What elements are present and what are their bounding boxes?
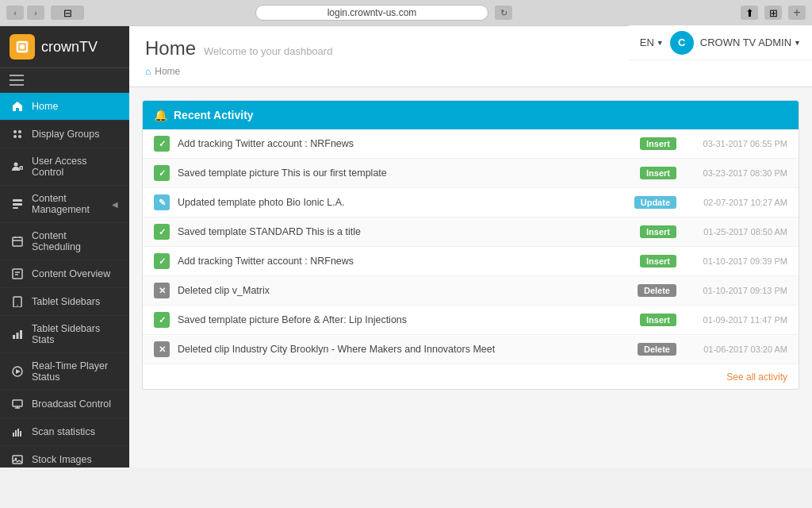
breadcrumb: ⌂ Home	[145, 60, 796, 79]
real-time-player-status-icon	[11, 365, 24, 378]
activity-text: Add tracking Twitter account : NRFnews	[178, 138, 632, 149]
svg-rect-3	[10, 75, 24, 76]
minimize-button[interactable]: ⊟	[51, 6, 84, 20]
page-title: Home	[145, 37, 196, 60]
activity-time: 01-10-2017 09:13 PM	[684, 286, 787, 295]
app-wrapper: crownTV Home Display Groups User Access …	[0, 26, 812, 468]
content-scheduling-icon	[11, 235, 24, 248]
tablet-sidebars-icon	[11, 295, 24, 308]
forward-button[interactable]: ›	[27, 6, 44, 20]
activity-text: Updated template photo Bio Ionic L.A.	[178, 197, 626, 208]
sidebar-item-content-scheduling[interactable]: Content Scheduling	[0, 223, 129, 260]
nav-label: Stock Images	[32, 454, 118, 465]
svg-rect-26	[13, 433, 14, 437]
tablet-sidebars-stats-icon	[11, 328, 24, 341]
svg-rect-5	[10, 84, 24, 86]
content-management-icon	[11, 198, 24, 210]
see-all-link[interactable]: See all activity	[726, 371, 787, 383]
activity-row: ✎ Updated template photo Bio Ionic L.A. …	[143, 188, 799, 217]
activity-row: ✓ Add tracking Twitter account : NRFnews…	[143, 129, 799, 159]
activity-text: Deleted clip v_Matrix	[178, 285, 630, 296]
user-access-control-icon	[11, 160, 24, 173]
scan-statistics-icon	[11, 425, 24, 438]
activity-footer: See all activity	[143, 364, 799, 389]
bell-icon: 🔔	[154, 109, 167, 121]
sidebar-item-display-groups[interactable]: Display Groups	[0, 121, 129, 148]
hamburger-menu[interactable]	[0, 68, 129, 93]
svg-rect-25	[13, 400, 22, 406]
browser-nav[interactable]: ‹ ›	[6, 6, 44, 20]
nav-label: Real-Time Player Status	[32, 360, 118, 383]
nav-label: Home	[32, 101, 118, 112]
breadcrumb-label: Home	[155, 66, 180, 77]
activity-row: ✓ Add tracking Twitter account : NRFnews…	[143, 247, 799, 276]
svg-rect-17	[13, 269, 22, 279]
home-icon: ⌂	[145, 66, 151, 77]
nav-label: Tablet Sidebars Stats	[32, 323, 118, 345]
activity-row: ✓ Saved template STANDARD This is a titl…	[143, 217, 799, 247]
top-header-right: EN ▼ C CROWN TV ADMIN ▼	[629, 25, 812, 60]
activity-indicator: ✓	[154, 312, 170, 328]
browser-titlebar: ‹ › ⊟ login.crowntv-us.com ↻ ⬆ ⊞ +	[0, 0, 812, 25]
activity-badge: Delete	[638, 343, 676, 356]
activity-text: Add tracking Twitter account : NRFnews	[178, 256, 632, 267]
lang-selector[interactable]: EN ▼	[640, 37, 664, 48]
activity-text: Saved template STANDARD This is a title	[178, 226, 632, 237]
activity-row: ✕ Deleted clip Industry City Brooklyn - …	[143, 335, 799, 364]
back-button[interactable]: ‹	[6, 6, 24, 20]
nav-label: Content Overview	[32, 268, 118, 279]
svg-marker-24	[16, 369, 21, 374]
activity-time: 01-25-2017 08:50 AM	[684, 227, 787, 237]
svg-rect-29	[20, 431, 21, 437]
sidebar-item-content-management[interactable]: Content Management ◀	[0, 186, 129, 223]
activity-title: Recent Activity	[174, 109, 254, 121]
svg-point-8	[13, 135, 17, 138]
activity-badge: Insert	[640, 225, 676, 238]
svg-point-7	[18, 130, 21, 133]
sidebar-item-stock-images[interactable]: Stock Images	[0, 446, 129, 468]
svg-rect-4	[10, 79, 24, 81]
activity-badge: Insert	[640, 137, 676, 150]
page-subtitle: Welcome to your dashboard	[204, 45, 332, 57]
activity-badge: Delete	[638, 284, 676, 297]
activity-badge: Insert	[640, 167, 676, 179]
svg-rect-13	[13, 199, 22, 202]
activity-indicator: ✓	[154, 253, 170, 269]
new-tab-button[interactable]: ⊞	[764, 6, 782, 20]
main-content: Home Welcome to your dashboard ⌂ Home 🔔 …	[129, 26, 812, 468]
sidebar-item-scan-statistics[interactable]: Scan statistics	[0, 418, 129, 446]
lang-chevron: ▼	[657, 39, 664, 47]
display-groups-icon	[11, 128, 24, 140]
logo-text: crownTV	[41, 39, 98, 56]
activity-indicator: ✎	[154, 194, 170, 210]
activity-row: ✓ Saved template picture This is our fir…	[143, 159, 799, 188]
sidebar-item-user-access-control[interactable]: User Access Control	[0, 148, 129, 186]
user-menu[interactable]: CROWN TV ADMIN ▼	[700, 37, 801, 48]
activity-badge: Update	[634, 196, 676, 209]
activity-badge: Insert	[640, 255, 676, 267]
user-chevron: ▼	[794, 39, 801, 47]
nav-label: Content Scheduling	[32, 230, 118, 252]
sidebar-item-tablet-sidebars-stats[interactable]: Tablet Sidebars Stats	[0, 316, 129, 353]
sidebar-item-content-overview[interactable]: Content Overview	[0, 260, 129, 288]
nav-label: Display Groups	[32, 129, 118, 140]
activity-time: 03-31-2017 06:55 PM	[684, 139, 787, 148]
sidebar-item-home[interactable]: Home	[0, 93, 129, 121]
activity-time: 01-06-2017 03:20 AM	[684, 344, 787, 354]
share-button[interactable]: ⬆	[741, 6, 758, 20]
broadcast-control-icon	[11, 398, 24, 410]
activity-indicator: ✕	[154, 341, 170, 357]
add-button[interactable]: +	[788, 6, 806, 20]
sidebar-item-real-time-player-status[interactable]: Real-Time Player Status	[0, 353, 129, 391]
sidebar-item-tablet-sidebars[interactable]: Tablet Sidebars	[0, 288, 129, 316]
activity-row: ✕ Deleted clip v_Matrix Delete 01-10-201…	[143, 276, 799, 306]
nav-label: Scan statistics	[32, 426, 118, 437]
nav-list: Home Display Groups User Access Control …	[0, 93, 129, 468]
sidebar-logo: crownTV	[0, 26, 129, 68]
reload-button[interactable]: ↻	[495, 6, 512, 20]
sidebar-item-broadcast-control[interactable]: Broadcast Control	[0, 391, 129, 418]
address-bar[interactable]: login.crowntv-us.com	[255, 5, 488, 21]
nav-label: Tablet Sidebars	[32, 296, 118, 307]
svg-rect-21	[17, 333, 19, 339]
svg-rect-20	[13, 335, 15, 339]
